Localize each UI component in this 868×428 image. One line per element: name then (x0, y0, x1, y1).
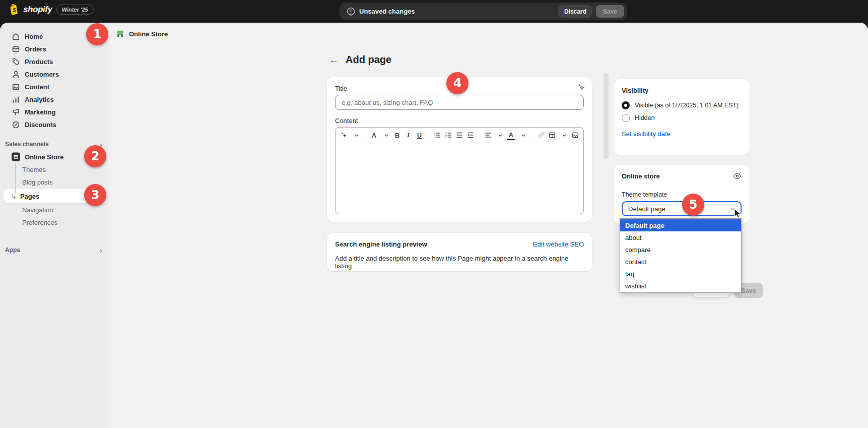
theme-template-select[interactable]: Default page (622, 201, 742, 216)
dropdown-option-contact[interactable]: contact (620, 256, 741, 268)
video-icon[interactable] (582, 130, 584, 140)
annotation-badge-5: 5 (682, 194, 704, 216)
discounts-icon (12, 120, 20, 129)
sidebar-item-analytics[interactable]: Analytics (0, 93, 108, 106)
visibility-heading: Visibility (622, 87, 742, 94)
text-style-icon[interactable]: A (370, 130, 378, 140)
seo-description: Add a title and description to see how t… (335, 255, 584, 270)
selected-template-value: Default page (628, 205, 665, 213)
brand-wordmark: shopify (23, 5, 52, 15)
page-header: ← Add page (329, 54, 391, 66)
sidebar-item-label: Analytics (25, 96, 54, 103)
online-store-icon (12, 153, 20, 161)
sidebar-item-content[interactable]: Content (0, 81, 108, 93)
bullet-list-icon[interactable] (433, 130, 441, 140)
brand: S shopify Winter '25 (8, 4, 94, 16)
breadcrumb-label: Online Store (129, 30, 168, 38)
sidebar-item-label: Discounts (25, 121, 56, 129)
hidden-option-label: Hidden (635, 114, 654, 121)
dropdown-option-faq[interactable]: faq (620, 268, 741, 280)
tree-connector-line (15, 163, 16, 194)
sidebar-item-products[interactable]: Products (0, 55, 108, 68)
sidebar: Home Orders Products Customers Content A… (0, 23, 108, 428)
indent-icon[interactable] (466, 130, 474, 140)
underline-icon[interactable]: U (416, 130, 423, 140)
align-icon[interactable] (484, 130, 492, 140)
ai-sparkle-icon[interactable] (341, 130, 348, 140)
dropdown-option-about[interactable]: about (620, 231, 741, 243)
title-input[interactable] (335, 95, 584, 110)
image-icon[interactable] (571, 130, 579, 140)
online-store-card: Online store Theme template Default page (614, 165, 750, 224)
set-visibility-date-link[interactable]: Set visibility date (622, 130, 671, 138)
annotation-badge-3: 3 (84, 184, 106, 206)
sidebar-item-orders[interactable]: Orders (0, 43, 108, 55)
content-editor: A B I U A (335, 127, 584, 214)
chevron-down-icon[interactable] (519, 130, 527, 140)
sidebar-item-preferences[interactable]: Preferences (0, 216, 108, 229)
radio-selected-icon[interactable] (622, 101, 630, 109)
dropdown-option-compare[interactable]: compare (620, 243, 741, 256)
title-card: Title Content A B I U (327, 77, 592, 222)
orders-icon (12, 45, 20, 53)
visibility-option-hidden[interactable]: Hidden (622, 114, 742, 122)
discard-button[interactable]: Discard (558, 5, 592, 18)
chevron-down-icon[interactable] (353, 130, 360, 140)
annotation-badge-4: 4 (446, 72, 469, 94)
shopify-logo-icon: S (8, 4, 19, 16)
link-icon[interactable] (537, 130, 545, 140)
edit-website-seo-link[interactable]: Edit website SEO (533, 240, 584, 248)
return-arrow-icon: ↳ (11, 193, 17, 200)
seo-heading: Search engine listing preview (335, 240, 427, 248)
content-editor-area[interactable] (336, 143, 583, 214)
outdent-icon[interactable] (455, 130, 463, 140)
numbered-list-icon[interactable] (444, 130, 452, 140)
chevron-down-icon[interactable] (496, 130, 504, 140)
italic-icon[interactable]: I (405, 130, 412, 140)
radio-unselected-icon[interactable] (622, 114, 630, 122)
apps-header[interactable]: Apps › (0, 244, 108, 256)
table-icon[interactable] (548, 130, 556, 140)
sidebar-item-marketing[interactable]: Marketing (0, 106, 108, 118)
online-store-heading: Online store (622, 172, 660, 180)
marketing-icon (12, 108, 20, 116)
save-button-top[interactable]: Save (596, 5, 624, 18)
sidebar-item-label: Home (25, 33, 43, 40)
topbar: S shopify Winter '25 Unsaved changes Dis… (0, 0, 868, 23)
sidebar-item-label: Marketing (25, 108, 55, 116)
mouse-cursor (732, 208, 742, 219)
visible-option-label: Visible (as of 1/7/2025, 1:01 AM EST) (635, 102, 739, 109)
content-icon (12, 83, 20, 91)
sidebar-item-label: Products (25, 58, 53, 66)
chevron-down-icon[interactable] (560, 130, 568, 140)
bold-icon[interactable]: B (393, 130, 401, 140)
scrollbar-thumb[interactable] (604, 73, 609, 159)
breadcrumb[interactable]: Online Store (108, 23, 868, 45)
annotation-badge-2: 2 (84, 145, 106, 167)
unsaved-changes-bar: Unsaved changes Discard Save (340, 3, 627, 20)
ai-sparkle-icon[interactable] (578, 84, 585, 91)
storefront-icon (115, 29, 125, 39)
app-shell: Home Orders Products Customers Content A… (0, 23, 868, 428)
theme-template-dropdown: Default page about compare contact faq w… (620, 218, 742, 293)
chevron-down-icon[interactable] (382, 130, 390, 140)
sidebar-item-label: Content (25, 83, 49, 91)
page-title: Add page (346, 54, 391, 66)
sidebar-item-label: Pages (20, 193, 39, 200)
visibility-card: Visibility Visible (as of 1/7/2025, 1:01… (614, 79, 750, 155)
back-button[interactable]: ← (329, 55, 339, 65)
visibility-option-visible[interactable]: Visible (as of 1/7/2025, 1:01 AM EST) (622, 101, 742, 109)
sidebar-item-customers[interactable]: Customers (0, 68, 108, 81)
text-color-icon[interactable]: A (507, 130, 515, 140)
sidebar-item-discounts[interactable]: Discounts (0, 118, 108, 131)
chevron-right-icon[interactable]: › (100, 246, 102, 255)
dropdown-option-default-page[interactable]: Default page (620, 219, 741, 231)
apps-label: Apps (5, 247, 20, 254)
annotation-badge-1: 1 (86, 23, 108, 45)
dropdown-option-wishlist[interactable]: wishlist (620, 280, 741, 292)
alert-icon (347, 7, 355, 16)
edition-badge: Winter '25 (56, 5, 94, 15)
eye-icon[interactable] (733, 173, 742, 179)
seo-card: Search engine listing preview Edit websi… (327, 233, 592, 271)
analytics-icon (12, 95, 20, 104)
